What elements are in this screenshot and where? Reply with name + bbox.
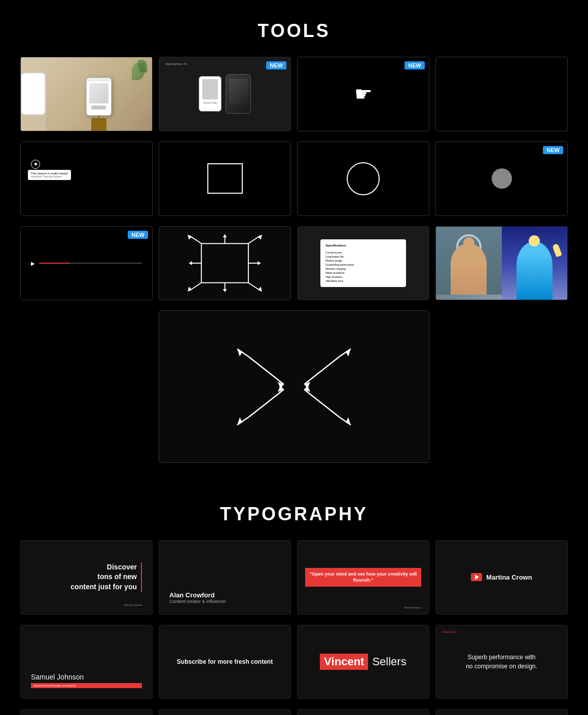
card-spec-list[interactable]: Specifications Curved screen Long batter… — [297, 226, 429, 301]
svg-line-23 — [304, 389, 340, 417]
samuel-name: Samuel Johnson — [31, 673, 142, 681]
alan-title: Content creator & influencer — [169, 599, 280, 604]
card-dot-gray[interactable]: NEW — [435, 141, 568, 216]
card-phone-stand[interactable]: New Feature — [20, 57, 153, 131]
card-discover[interactable]: Discovertons of newcontent just for you … — [20, 540, 153, 615]
svg-rect-0 — [201, 243, 248, 282]
tools-row-4 — [0, 310, 588, 462]
svg-marker-10 — [189, 261, 192, 265]
svg-marker-6 — [188, 287, 192, 292]
svg-marker-14 — [223, 234, 227, 237]
collapse-arrows-content — [159, 311, 429, 462]
svg-marker-22 — [278, 385, 284, 392]
svg-marker-2 — [188, 235, 192, 240]
like-content: Don't forget to like and subscribe! — [436, 709, 567, 715]
svg-line-17 — [248, 356, 284, 384]
tools-row-1: New Feature NEW Hyper/phone X1 Quantum E… — [0, 57, 588, 131]
vincent-content: Vincent Sellers — [298, 625, 429, 699]
martina-last: Crown — [511, 574, 532, 581]
performance-content: Kinescope11 Superb performance withno co… — [436, 625, 567, 699]
vincent-highlight: Vincent — [320, 654, 368, 670]
card-alan[interactable]: Alan Crowford Content creator & influenc… — [159, 540, 291, 615]
circle-outline-shape — [347, 162, 380, 195]
card-empty-1[interactable] — [435, 57, 568, 131]
quote-author: Stevie Fatask Jr. — [404, 606, 423, 609]
card-vincent[interactable]: Vincent Sellers — [297, 625, 429, 699]
samuel-content: Samuel Johnson Award-winning filmmaker a… — [21, 625, 152, 699]
discover-sub: Visit my channel — [124, 603, 142, 606]
card-never[interactable]: Neverstopfightingfor yourdreams. — [297, 709, 429, 715]
gray-dot-shape — [492, 168, 512, 189]
never-content: Neverstopfightingfor yourdreams. — [298, 709, 429, 715]
photo-split-content — [436, 227, 567, 300]
subscribe-text: Subscribe for more fresh content — [177, 658, 273, 665]
martina-first: Martina — [486, 574, 511, 581]
martina-text: Martina Crown — [486, 574, 532, 581]
sellers-text: Sellers — [372, 655, 406, 668]
badge-new-phones: NEW — [266, 61, 286, 69]
card-progress[interactable]: NEW ▶ — [20, 226, 153, 301]
tools-row-2: This feature is really handy! Automatic … — [0, 141, 588, 216]
badge-new-dot: NEW — [543, 146, 563, 154]
perf-label: Kinescope11 — [442, 630, 457, 633]
card-subscribe[interactable]: Subscribe for more fresh content — [159, 625, 291, 699]
samuel-badge: Award-winning filmmaker and director. — [31, 683, 142, 688]
svg-marker-8 — [258, 287, 262, 292]
svg-line-21 — [248, 389, 284, 417]
tooltip-circle — [31, 160, 40, 169]
play-icon: ▶ — [31, 261, 35, 266]
card-photo-split[interactable] — [435, 226, 568, 301]
card-episode[interactable]: Episode 21 Special effectsfor beginners — [159, 709, 291, 715]
perf-text: Superb performance withno compromise on … — [466, 653, 537, 671]
svg-marker-12 — [258, 261, 261, 265]
tooltip-demo-content: This feature is really handy! Automatic … — [21, 142, 152, 216]
youtube-icon — [471, 573, 482, 581]
subscribe-content: Subscribe for more fresh content — [159, 625, 290, 699]
martina-content: Martina Crown — [436, 541, 567, 614]
typo-row-2: Samuel Johnson Award-winning filmmaker a… — [0, 625, 588, 699]
card-dark-phones[interactable]: NEW Hyper/phone X1 Quantum Edge — [159, 57, 291, 131]
episode-content: Episode 21 Special effectsfor beginners — [159, 709, 290, 715]
card-performance[interactable]: Kinescope11 Superb performance withno co… — [435, 625, 568, 699]
card-square-outline[interactable] — [159, 141, 291, 216]
discover-text: Discovertons of newcontent just for you — [70, 562, 142, 592]
spec-list-content: Specifications Curved screen Long batter… — [298, 227, 429, 300]
alan-name: Alan Crowford — [169, 591, 280, 599]
expand-arrows-svg — [172, 234, 277, 293]
hand-cursor-icon: ☛ — [354, 84, 373, 104]
quote-text: "Open your mind and see how your creativ… — [305, 568, 421, 587]
svg-marker-4 — [258, 235, 262, 240]
quote-content: "Open your mind and see how your creativ… — [298, 541, 429, 614]
card-quote[interactable]: "Open your mind and see how your creativ… — [297, 540, 429, 615]
card-wrapper-center — [159, 310, 429, 462]
typography-title: TYPOGRAPHY — [0, 483, 588, 540]
tools-row-3: NEW ▶ — [0, 226, 588, 301]
svg-line-19 — [304, 356, 340, 384]
card-like[interactable]: Don't forget to like and subscribe! — [435, 709, 568, 715]
card-coming[interactable]: Coming up next week — [20, 709, 153, 715]
progress-fill — [39, 263, 70, 264]
photo-left — [436, 227, 502, 300]
tooltip-box: This feature is really handy! Automatic … — [28, 170, 71, 180]
svg-marker-16 — [223, 289, 227, 292]
progress-track — [39, 263, 142, 264]
typo-row-1: Discovertons of newcontent just for you … — [0, 540, 588, 615]
expand-arrows-content — [159, 227, 290, 300]
card-cursor-hand[interactable]: NEW ☛ — [297, 57, 429, 131]
square-outline-shape — [207, 163, 243, 194]
card-expand-arrows[interactable] — [159, 226, 291, 301]
card-samuel[interactable]: Samuel Johnson Award-winning filmmaker a… — [20, 625, 153, 699]
discover-content: Discovertons of newcontent just for you … — [21, 541, 152, 614]
youtube-play-icon — [475, 575, 479, 580]
card-tooltip[interactable]: This feature is really handy! Automatic … — [20, 141, 153, 216]
collapse-arrows-svg — [233, 346, 355, 427]
spec-card-inner: Specifications Curved screen Long batter… — [320, 239, 406, 287]
svg-marker-24 — [304, 385, 310, 392]
card-circle-outline[interactable] — [297, 141, 429, 216]
badge-new-cursor: NEW — [405, 61, 425, 69]
typo-row-3: Coming up next week Episode 21 Special e… — [0, 709, 588, 715]
card-martina[interactable]: Martina Crown — [435, 540, 568, 615]
card-collapse-arrows[interactable] — [159, 310, 429, 462]
coming-content: Coming up next week — [21, 709, 152, 715]
tools-title: TOOLS — [0, 0, 588, 57]
